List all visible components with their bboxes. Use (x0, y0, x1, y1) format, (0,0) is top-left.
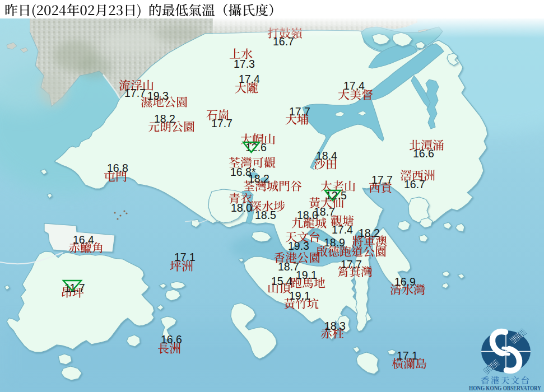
svg-text:16.6: 16.6 (413, 147, 434, 160)
svg-text:18.2: 18.2 (154, 113, 175, 125)
svg-text:HONG KONG OBSERVATORY: HONG KONG OBSERVATORY (469, 384, 541, 392)
svg-text:17.4: 17.4 (343, 80, 365, 92)
svg-text:19.3: 19.3 (288, 240, 309, 252)
svg-text:17.4: 17.4 (332, 223, 353, 236)
svg-text:18.4: 18.4 (316, 150, 337, 162)
svg-text:17.7: 17.7 (341, 258, 362, 270)
svg-text:17.3: 17.3 (234, 58, 255, 70)
svg-text:18.3: 18.3 (324, 320, 346, 332)
svg-text:19.1: 19.1 (296, 269, 317, 281)
svg-text:17.1: 17.1 (174, 251, 196, 263)
svg-text:15.4: 15.4 (271, 275, 292, 287)
svg-text:17.1: 17.1 (397, 349, 418, 362)
svg-text:16.8: 16.8 (107, 162, 128, 174)
svg-text:16.7: 16.7 (404, 178, 425, 190)
svg-text:18.5: 18.5 (255, 209, 276, 221)
svg-text:17.7: 17.7 (289, 105, 310, 118)
svg-text:16.6: 16.6 (161, 333, 182, 346)
svg-text:18.9: 18.9 (324, 236, 345, 249)
svg-text:16.4: 16.4 (73, 234, 94, 246)
svg-text:17.7: 17.7 (371, 174, 393, 186)
svg-text:16.9: 16.9 (394, 276, 416, 288)
svg-text:17.4: 17.4 (239, 73, 260, 85)
svg-text:19.3: 19.3 (147, 90, 169, 102)
svg-text:17.7: 17.7 (124, 87, 146, 99)
svg-text:18.0: 18.0 (297, 209, 318, 221)
svg-text:18.2: 18.2 (248, 172, 269, 185)
svg-text:18.2: 18.2 (359, 227, 380, 239)
svg-text:19.1: 19.1 (289, 290, 310, 302)
svg-text:17.7: 17.7 (211, 117, 233, 129)
svg-text:18.0: 18.0 (231, 202, 252, 214)
